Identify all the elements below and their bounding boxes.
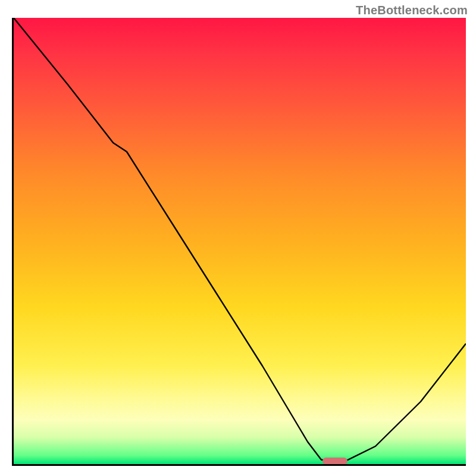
bottleneck-chart: TheBottleneck.com [0,0,476,476]
curve-svg [14,18,466,464]
plot-area [12,18,466,466]
optimal-marker [322,458,347,465]
bottleneck-curve-path [14,18,466,464]
watermark-text: TheBottleneck.com [356,4,468,17]
